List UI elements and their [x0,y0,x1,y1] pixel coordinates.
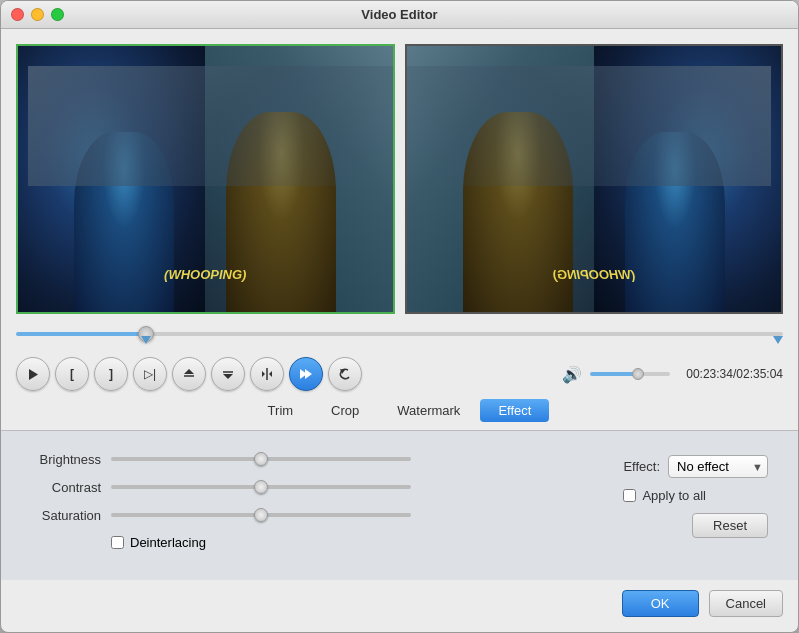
left-video-preview: (WHOOPING) [16,44,395,314]
contrast-row: Contrast [31,479,593,495]
window-title: Video Editor [361,7,437,22]
brightness-slider[interactable] [111,451,431,467]
seekbar-area [1,324,798,349]
brightness-track[interactable] [111,457,411,461]
footer: OK Cancel [1,580,798,632]
right-video-panel: (WHOOPING) [405,44,784,314]
saturation-slider[interactable] [111,507,431,523]
seekbar-marker-left [141,336,151,344]
flip-down-button[interactable] [211,357,245,391]
traffic-lights [11,8,64,21]
apply-to-all-row: Apply to all [623,488,706,503]
seekbar-marker-right [773,336,783,344]
seekbar-container[interactable] [16,324,783,344]
saturation-row: Saturation [31,507,593,523]
maximize-button[interactable] [51,8,64,21]
svg-marker-9 [305,369,312,379]
effect-select[interactable]: No effect Grayscale Sepia Invert [668,455,768,478]
volume-thumb[interactable] [632,368,644,380]
right-video-preview: (WHOOPING) [405,44,784,314]
time-current: 00:23:34 [686,367,733,381]
mark-out-button[interactable]: ] [94,357,128,391]
apply-to-all-checkbox[interactable] [623,489,636,502]
saturation-track[interactable] [111,513,411,517]
contrast-label: Contrast [31,480,101,495]
time-display: 00:23:34/02:35:04 [686,367,783,381]
right-video-watermark: (WHOOPING) [553,267,635,282]
ok-button[interactable]: OK [622,590,699,617]
left-video-watermark: (WHOOPING) [164,267,246,282]
play-button[interactable] [16,357,50,391]
sliders-section: Brightness Contrast [31,451,593,550]
tab-watermark[interactable]: Watermark [379,399,478,422]
time-total: 02:35:04 [736,367,783,381]
skip-to-mark-button[interactable] [289,357,323,391]
saturation-label: Saturation [31,508,101,523]
undo-button[interactable] [328,357,362,391]
right-controls: Effect: No effect Grayscale Sepia Invert… [623,451,768,550]
controls-area: [ ] ▷| 🔊 [1,349,798,399]
minimize-button[interactable] [31,8,44,21]
flip-up-button[interactable] [172,357,206,391]
mark-in-button[interactable]: [ [55,357,89,391]
video-editor-window: Video Editor (WHOOPING) [0,0,799,633]
split-button[interactable] [250,357,284,391]
deinterlacing-checkbox[interactable] [111,536,124,549]
tab-effect[interactable]: Effect [480,399,549,422]
tab-crop[interactable]: Crop [313,399,377,422]
tabs-area: Trim Crop Watermark Effect [1,399,798,430]
seekbar-track[interactable] [16,332,783,336]
effect-label: Effect: [623,459,660,474]
volume-area: 🔊 00:23:34/02:35:04 [562,365,783,384]
svg-marker-3 [223,374,233,379]
brightness-thumb[interactable] [254,452,268,466]
effect-select-row: Effect: No effect Grayscale Sepia Invert… [623,455,768,478]
volume-slider[interactable] [590,366,670,382]
cancel-button[interactable]: Cancel [709,590,783,617]
left-video-panel: (WHOOPING) [16,44,395,314]
contrast-track[interactable] [111,485,411,489]
preview-area: (WHOOPING) (WHOOPING) [1,29,798,324]
deinterlacing-label: Deinterlacing [130,535,206,550]
saturation-thumb[interactable] [254,508,268,522]
effect-select-wrapper: No effect Grayscale Sepia Invert ▼ [668,455,768,478]
brightness-label: Brightness [31,452,101,467]
svg-marker-6 [262,371,265,377]
tab-trim[interactable]: Trim [250,399,312,422]
volume-icon: 🔊 [562,365,582,384]
next-frame-button[interactable]: ▷| [133,357,167,391]
right-video-bg: (WHOOPING) [407,46,782,312]
svg-marker-7 [269,371,272,377]
brightness-row: Brightness [31,451,593,467]
svg-marker-1 [184,369,194,374]
panel-main: Brightness Contrast [31,451,768,550]
apply-to-all-label: Apply to all [642,488,706,503]
deinterlacing-area: Deinterlacing [111,535,593,550]
contrast-thumb[interactable] [254,480,268,494]
svg-marker-0 [29,369,38,380]
reset-button[interactable]: Reset [692,513,768,538]
effect-panel: Brightness Contrast [1,430,798,580]
left-video-bg: (WHOOPING) [18,46,393,312]
mark-out-icon: ] [109,367,113,381]
mark-in-icon: [ [70,367,74,381]
close-button[interactable] [11,8,24,21]
contrast-slider[interactable] [111,479,431,495]
title-bar: Video Editor [1,1,798,29]
volume-track[interactable] [590,372,670,376]
next-frame-icon: ▷| [144,367,156,381]
